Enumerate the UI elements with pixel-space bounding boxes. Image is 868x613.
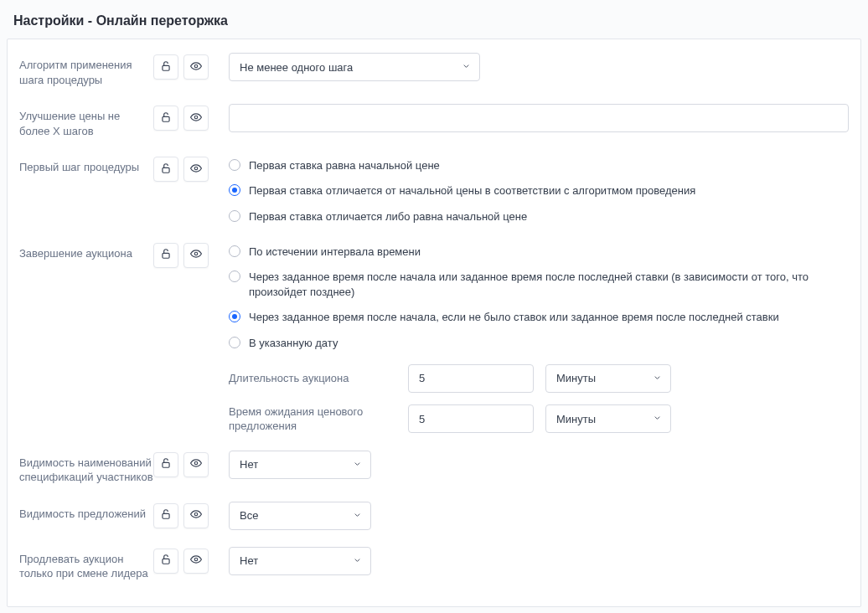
chevron-down-icon xyxy=(353,458,362,471)
lock-button[interactable] xyxy=(153,157,178,182)
radio-label: По истечении интервала времени xyxy=(249,245,421,260)
wait-time-row: Время ожидания ценового предложения Мину… xyxy=(229,404,849,434)
lock-button[interactable] xyxy=(153,549,178,574)
visibility-button[interactable] xyxy=(183,503,209,528)
radio-label: Первая ставка отличается от начальной це… xyxy=(249,183,695,198)
wait-time-input[interactable] xyxy=(408,404,534,433)
svg-rect-10 xyxy=(163,514,169,519)
eye-icon xyxy=(190,248,202,262)
unlock-icon xyxy=(160,111,172,126)
auction-end-option-0[interactable]: По истечении интервала времени xyxy=(229,245,849,260)
radio-icon xyxy=(229,270,240,282)
label-offers-visibility: Видимость предложений xyxy=(19,502,153,522)
row-extend-on-leader: Продлевать аукцион только при смене лиде… xyxy=(19,547,849,581)
auction-end-radio-group: По истечении интервала времени Через зад… xyxy=(229,241,849,351)
offers-visibility-select[interactable]: Все xyxy=(229,502,371,530)
svg-rect-8 xyxy=(163,463,169,468)
settings-panel: Алгоритм применения шага процедуры Не ме… xyxy=(7,39,861,607)
radio-label: В указанную дату xyxy=(249,336,338,351)
radio-icon xyxy=(229,184,240,196)
svg-point-11 xyxy=(194,513,198,517)
chevron-down-icon xyxy=(462,61,471,74)
unlock-icon xyxy=(160,162,172,177)
radio-label: Через заданное время после начала, если … xyxy=(249,310,779,325)
unlock-icon xyxy=(160,60,172,75)
toggle-col xyxy=(153,502,229,528)
algorithm-select[interactable]: Не менее одного шага xyxy=(229,53,480,81)
extend-on-leader-select[interactable]: Нет xyxy=(229,547,371,575)
radio-icon xyxy=(229,159,240,171)
visibility-button[interactable] xyxy=(183,452,209,477)
first-step-option-2[interactable]: Первая ставка отличается либо равна нача… xyxy=(229,209,849,224)
content-algorithm: Не менее одного шага xyxy=(229,53,849,81)
visibility-button[interactable] xyxy=(183,54,209,80)
unlock-icon xyxy=(160,248,172,262)
visibility-button[interactable] xyxy=(183,243,209,268)
radio-icon xyxy=(229,311,240,322)
label-extend-on-leader: Продлевать аукцион только при смене лиде… xyxy=(19,547,153,581)
svg-point-9 xyxy=(194,462,198,466)
spec-names-visibility-value: Нет xyxy=(240,458,258,471)
unlock-icon xyxy=(160,457,172,471)
label-first-step: Первый шаг процедуры xyxy=(19,155,153,175)
spec-names-visibility-select[interactable]: Нет xyxy=(229,451,371,479)
auction-end-option-1[interactable]: Через заданное время после начала или за… xyxy=(229,270,849,300)
lock-button[interactable] xyxy=(153,106,178,131)
row-auction-end: Завершение аукциона По истечении интерва… xyxy=(19,241,849,434)
auction-end-option-3[interactable]: В указанную дату xyxy=(229,336,849,351)
svg-point-1 xyxy=(194,64,198,68)
chevron-down-icon xyxy=(353,509,362,522)
svg-point-7 xyxy=(194,253,198,256)
svg-point-5 xyxy=(194,167,198,170)
visibility-button[interactable] xyxy=(183,549,209,574)
auction-end-option-2[interactable]: Через заданное время после начала, если … xyxy=(229,310,849,325)
duration-unit-select[interactable]: Минуты xyxy=(545,364,671,393)
row-spec-names-visibility: Видимость наименований спецификаций учас… xyxy=(19,451,849,485)
offers-visibility-value: Все xyxy=(240,509,258,522)
lock-button[interactable] xyxy=(153,54,178,80)
algorithm-select-value: Не менее одного шага xyxy=(240,61,353,74)
radio-label: Через заданное время после начала или за… xyxy=(249,270,849,300)
svg-point-3 xyxy=(194,116,198,119)
improve-steps-input[interactable] xyxy=(229,104,849,132)
label-improve-steps: Улучшение цены не более Х шагов xyxy=(19,104,153,138)
svg-rect-12 xyxy=(163,559,169,564)
unlock-icon xyxy=(160,554,172,568)
toggle-col xyxy=(153,53,229,80)
unlock-icon xyxy=(160,508,172,523)
duration-row: Длительность аукциона Минуты xyxy=(229,364,849,393)
toggle-col xyxy=(153,451,229,477)
first-step-option-0[interactable]: Первая ставка равна начальной цене xyxy=(229,158,849,173)
extend-on-leader-value: Нет xyxy=(240,554,258,567)
lock-button[interactable] xyxy=(153,452,178,477)
row-improve-steps: Улучшение цены не более Х шагов xyxy=(19,104,849,138)
radio-icon xyxy=(229,337,240,348)
row-first-step: Первый шаг процедуры Первая ставка равна… xyxy=(19,155,849,224)
auction-end-sub: Длительность аукциона Минуты Время ожида… xyxy=(229,364,849,434)
visibility-button[interactable] xyxy=(183,157,209,182)
row-algorithm: Алгоритм применения шага процедуры Не ме… xyxy=(19,53,849,87)
eye-icon xyxy=(190,554,202,568)
label-auction-end: Завершение аукциона xyxy=(19,241,153,261)
toggle-col xyxy=(153,241,229,268)
svg-point-13 xyxy=(194,559,198,562)
wait-time-unit-select[interactable]: Минуты xyxy=(545,404,671,433)
lock-button[interactable] xyxy=(153,503,178,528)
first-step-radio-group: Первая ставка равна начальной цене Перва… xyxy=(229,155,849,224)
content-spec-names-visibility: Нет xyxy=(229,451,849,479)
first-step-option-1[interactable]: Первая ставка отличается от начальной це… xyxy=(229,183,849,198)
lock-button[interactable] xyxy=(153,243,178,268)
radio-icon xyxy=(229,210,240,222)
eye-icon xyxy=(190,162,202,177)
label-algorithm: Алгоритм применения шага процедуры xyxy=(19,53,153,87)
chevron-down-icon xyxy=(353,554,362,567)
duration-input[interactable] xyxy=(408,364,534,393)
toggle-col xyxy=(153,104,229,131)
visibility-button[interactable] xyxy=(183,106,209,131)
toggle-col xyxy=(153,547,229,574)
wait-time-unit-value: Минуты xyxy=(556,413,596,425)
svg-rect-6 xyxy=(163,254,169,259)
content-improve-steps xyxy=(229,104,849,132)
page-title: Настройки - Онлайн переторжка xyxy=(13,13,861,28)
chevron-down-icon xyxy=(653,413,662,425)
